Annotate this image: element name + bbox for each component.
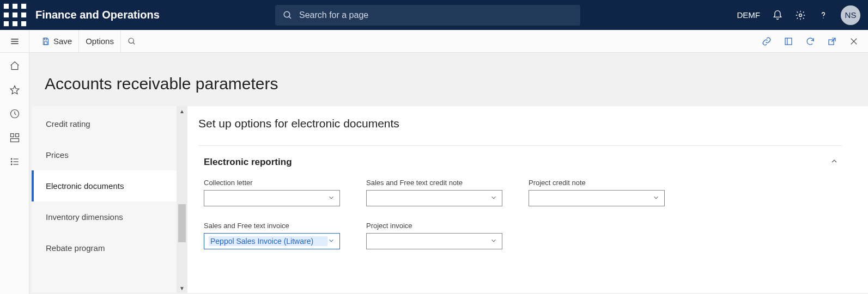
field-sales-free-text-credit-note: Sales and Free text credit note xyxy=(366,179,502,206)
options-button[interactable]: Options xyxy=(79,30,121,52)
app-launcher-button[interactable] xyxy=(0,0,30,30)
svg-rect-4 xyxy=(13,13,17,17)
list-icon xyxy=(9,156,20,167)
global-search-input[interactable] xyxy=(299,10,573,20)
save-label: Save xyxy=(53,36,72,46)
form-title: Set up options for electronic documents xyxy=(198,117,842,146)
svg-rect-26 xyxy=(15,134,19,137)
office-icon xyxy=(784,36,793,46)
nav-workspaces[interactable] xyxy=(9,132,20,143)
user-avatar[interactable]: NS xyxy=(841,5,860,25)
svg-point-32 xyxy=(11,164,12,165)
fields-grid: Collection letter Sales and Free text cr… xyxy=(198,179,842,249)
action-bar: Save Options xyxy=(29,30,868,53)
search-icon xyxy=(128,37,136,46)
svg-point-12 xyxy=(823,17,823,18)
nav-home[interactable] xyxy=(9,60,20,71)
sidetab-scrollbar[interactable]: ▲ ▼ xyxy=(177,106,187,293)
sales-free-text-credit-note-combo[interactable] xyxy=(366,190,502,206)
search-icon xyxy=(283,10,293,20)
svg-rect-7 xyxy=(13,21,17,26)
field-collection-letter: Collection letter xyxy=(204,179,340,206)
section-electronic-reporting[interactable]: Electronic reporting xyxy=(198,146,842,179)
section-label: Electronic reporting xyxy=(204,157,292,168)
field-sales-free-text-invoice: Sales and Free text invoice Peppol Sales… xyxy=(204,222,340,249)
svg-point-28 xyxy=(11,158,12,160)
close-icon xyxy=(849,36,859,46)
clock-icon xyxy=(9,108,20,119)
chevron-down-icon xyxy=(490,194,497,203)
form-panel: Set up options for electronic documents … xyxy=(187,106,868,293)
popout-button[interactable] xyxy=(821,30,843,53)
sidetab-rebate-program[interactable]: Rebate program xyxy=(32,232,177,264)
header-right: DEMF NS xyxy=(737,5,869,25)
field-label: Sales and Free text invoice xyxy=(204,222,340,230)
refresh-button[interactable] xyxy=(799,30,821,53)
nav-recent[interactable] xyxy=(9,108,20,119)
project-invoice-combo[interactable] xyxy=(366,233,502,249)
hamburger-icon xyxy=(9,36,20,47)
bell-icon xyxy=(772,10,783,21)
actionbar-search-button[interactable] xyxy=(121,37,143,46)
waffle-icon xyxy=(0,0,30,30)
svg-rect-0 xyxy=(4,4,9,9)
notifications-button[interactable] xyxy=(772,10,783,21)
collection-letter-combo[interactable] xyxy=(204,190,340,206)
svg-rect-16 xyxy=(44,38,47,40)
close-button[interactable] xyxy=(843,30,865,53)
svg-point-11 xyxy=(799,14,802,16)
sidetab-credit-rating[interactable]: Credit rating xyxy=(32,108,177,139)
settings-button[interactable] xyxy=(795,10,806,21)
chevron-down-icon xyxy=(490,237,497,246)
chevron-down-icon xyxy=(327,194,335,203)
nav-modules[interactable] xyxy=(9,156,20,167)
company-picker[interactable]: DEMF xyxy=(737,10,761,20)
refresh-icon xyxy=(805,36,815,46)
scroll-thumb[interactable] xyxy=(178,204,186,242)
global-search[interactable] xyxy=(275,5,580,26)
save-button[interactable]: Save xyxy=(35,30,79,52)
gear-icon xyxy=(795,10,806,21)
svg-rect-1 xyxy=(13,4,17,9)
sidetab-inventory-dimensions[interactable]: Inventory dimensions xyxy=(32,201,177,232)
nav-favorites[interactable] xyxy=(9,84,20,95)
svg-rect-20 xyxy=(785,38,792,45)
sidetab-prices[interactable]: Prices xyxy=(32,139,177,170)
svg-rect-3 xyxy=(4,13,9,17)
office-addin-button[interactable] xyxy=(778,30,799,53)
global-header: Finance and Operations DEMF NS xyxy=(0,0,868,30)
svg-point-30 xyxy=(11,161,12,162)
actionbar-right xyxy=(756,30,868,53)
side-tab-list: Credit rating Prices Electronic document… xyxy=(32,106,177,293)
scroll-up-icon[interactable]: ▲ xyxy=(177,106,187,116)
chevron-up-icon xyxy=(830,157,839,168)
sales-free-text-invoice-combo[interactable]: Peppol Sales Invoice (Litware) xyxy=(204,233,340,249)
svg-point-9 xyxy=(284,11,290,17)
content-row: Credit rating Prices Electronic document… xyxy=(29,106,868,293)
svg-rect-27 xyxy=(10,139,19,142)
attachments-button[interactable] xyxy=(756,30,778,53)
help-button[interactable] xyxy=(818,10,829,21)
nav-toggle-button[interactable] xyxy=(0,30,29,53)
field-project-credit-note: Project credit note xyxy=(529,179,665,206)
scroll-down-icon[interactable]: ▼ xyxy=(177,283,187,293)
svg-rect-2 xyxy=(21,4,26,9)
tiles-icon xyxy=(9,132,20,143)
link-icon xyxy=(762,36,772,46)
star-icon xyxy=(9,84,20,95)
svg-rect-6 xyxy=(4,21,9,26)
save-icon xyxy=(41,37,50,46)
svg-rect-25 xyxy=(10,134,14,137)
svg-rect-8 xyxy=(21,21,26,26)
popout-icon xyxy=(827,36,837,46)
sidetab-electronic-documents[interactable]: Electronic documents xyxy=(32,170,177,201)
field-label: Collection letter xyxy=(204,179,340,187)
project-credit-note-combo[interactable] xyxy=(529,190,665,206)
svg-point-18 xyxy=(129,38,133,43)
left-nav-rail xyxy=(0,53,29,294)
field-label: Project credit note xyxy=(529,179,665,187)
home-icon xyxy=(9,60,20,71)
brand-title: Finance and Operations xyxy=(35,9,160,21)
page-body: Accounts receivable parameters Credit ra… xyxy=(29,53,868,294)
options-label: Options xyxy=(86,36,114,46)
